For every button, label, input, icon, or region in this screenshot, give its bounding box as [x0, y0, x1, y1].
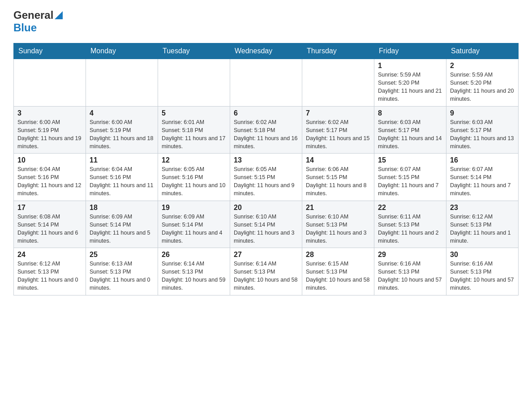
day-info: Sunrise: 6:16 AM Sunset: 5:13 PM Dayligh… — [450, 260, 515, 292]
calendar-cell: 23Sunrise: 6:12 AM Sunset: 5:13 PM Dayli… — [446, 201, 519, 248]
weekday-header-wednesday: Wednesday — [230, 43, 302, 59]
calendar-cell: 13Sunrise: 6:05 AM Sunset: 5:15 PM Dayli… — [230, 154, 302, 201]
day-info: Sunrise: 6:10 AM Sunset: 5:13 PM Dayligh… — [306, 213, 370, 245]
calendar-cell: 4Sunrise: 6:00 AM Sunset: 5:19 PM Daylig… — [86, 106, 158, 154]
day-info: Sunrise: 6:07 AM Sunset: 5:15 PM Dayligh… — [378, 165, 442, 198]
day-info: Sunrise: 6:09 AM Sunset: 5:14 PM Dayligh… — [162, 213, 226, 245]
day-info: Sunrise: 6:03 AM Sunset: 5:17 PM Dayligh… — [450, 118, 515, 151]
weekday-header-monday: Monday — [86, 43, 158, 59]
weekday-header-tuesday: Tuesday — [158, 43, 230, 59]
day-number: 10 — [17, 156, 82, 164]
day-number: 17 — [17, 204, 82, 212]
day-number: 6 — [234, 109, 298, 117]
calendar-cell: 3Sunrise: 6:00 AM Sunset: 5:19 PM Daylig… — [14, 106, 86, 154]
calendar-cell: 9Sunrise: 6:03 AM Sunset: 5:17 PM Daylig… — [446, 106, 519, 154]
day-number: 25 — [90, 251, 154, 259]
calendar-cell: 16Sunrise: 6:07 AM Sunset: 5:14 PM Dayli… — [446, 154, 519, 201]
calendar-cell: 5Sunrise: 6:01 AM Sunset: 5:18 PM Daylig… — [158, 106, 230, 154]
day-info: Sunrise: 6:01 AM Sunset: 5:18 PM Dayligh… — [162, 118, 226, 151]
day-number: 2 — [450, 62, 515, 70]
logo: General Blue — [13, 9, 63, 34]
day-info: Sunrise: 6:02 AM Sunset: 5:18 PM Dayligh… — [234, 118, 298, 151]
day-number: 8 — [378, 109, 442, 117]
calendar-cell: 26Sunrise: 6:14 AM Sunset: 5:13 PM Dayli… — [158, 248, 230, 295]
day-number: 5 — [162, 109, 226, 117]
week-row-4: 17Sunrise: 6:08 AM Sunset: 5:14 PM Dayli… — [14, 201, 519, 248]
calendar-cell: 25Sunrise: 6:13 AM Sunset: 5:13 PM Dayli… — [86, 248, 158, 295]
day-number: 13 — [234, 156, 298, 164]
day-info: Sunrise: 6:13 AM Sunset: 5:13 PM Dayligh… — [90, 260, 154, 292]
day-info: Sunrise: 6:00 AM Sunset: 5:19 PM Dayligh… — [17, 118, 82, 151]
calendar-cell: 15Sunrise: 6:07 AM Sunset: 5:15 PM Dayli… — [374, 154, 446, 201]
calendar-cell: 29Sunrise: 6:16 AM Sunset: 5:13 PM Dayli… — [374, 248, 446, 295]
logo-triangle-icon — [55, 9, 63, 21]
logo-general-text: General — [13, 9, 53, 21]
day-info: Sunrise: 6:10 AM Sunset: 5:14 PM Dayligh… — [234, 213, 298, 245]
calendar-cell: 28Sunrise: 6:15 AM Sunset: 5:13 PM Dayli… — [302, 248, 374, 295]
calendar-cell: 1Sunrise: 5:59 AM Sunset: 5:20 PM Daylig… — [374, 59, 446, 107]
day-number: 18 — [90, 204, 154, 212]
calendar-cell: 10Sunrise: 6:04 AM Sunset: 5:16 PM Dayli… — [14, 154, 86, 201]
calendar-cell: 20Sunrise: 6:10 AM Sunset: 5:14 PM Dayli… — [230, 201, 302, 248]
day-number: 15 — [378, 156, 442, 164]
calendar-cell: 8Sunrise: 6:03 AM Sunset: 5:17 PM Daylig… — [374, 106, 446, 154]
week-row-3: 10Sunrise: 6:04 AM Sunset: 5:16 PM Dayli… — [14, 154, 519, 201]
day-info: Sunrise: 6:16 AM Sunset: 5:13 PM Dayligh… — [378, 260, 442, 292]
day-info: Sunrise: 6:07 AM Sunset: 5:14 PM Dayligh… — [450, 165, 515, 198]
calendar-cell: 24Sunrise: 6:12 AM Sunset: 5:13 PM Dayli… — [14, 248, 86, 295]
calendar-cell: 19Sunrise: 6:09 AM Sunset: 5:14 PM Dayli… — [158, 201, 230, 248]
day-number: 22 — [378, 204, 442, 212]
day-info: Sunrise: 6:03 AM Sunset: 5:17 PM Dayligh… — [378, 118, 442, 151]
day-info: Sunrise: 6:15 AM Sunset: 5:13 PM Dayligh… — [306, 260, 370, 292]
calendar-cell — [230, 59, 302, 107]
calendar-cell — [14, 59, 86, 107]
day-info: Sunrise: 6:06 AM Sunset: 5:15 PM Dayligh… — [306, 165, 370, 198]
calendar-cell: 7Sunrise: 6:02 AM Sunset: 5:17 PM Daylig… — [302, 106, 374, 154]
page-header: General Blue — [13, 9, 519, 34]
day-number: 14 — [306, 156, 370, 164]
day-info: Sunrise: 6:08 AM Sunset: 5:14 PM Dayligh… — [17, 213, 82, 245]
day-info: Sunrise: 6:12 AM Sunset: 5:13 PM Dayligh… — [17, 260, 82, 292]
day-number: 21 — [306, 204, 370, 212]
day-number: 19 — [162, 204, 226, 212]
day-number: 26 — [162, 251, 226, 259]
calendar-header-row: SundayMondayTuesdayWednesdayThursdayFrid… — [14, 43, 519, 59]
calendar-cell — [86, 59, 158, 107]
calendar-cell: 14Sunrise: 6:06 AM Sunset: 5:15 PM Dayli… — [302, 154, 374, 201]
day-info: Sunrise: 5:59 AM Sunset: 5:20 PM Dayligh… — [378, 71, 442, 103]
day-number: 11 — [90, 156, 154, 164]
day-number: 30 — [450, 251, 515, 259]
day-info: Sunrise: 6:09 AM Sunset: 5:14 PM Dayligh… — [90, 213, 154, 245]
day-number: 23 — [450, 204, 515, 212]
calendar-cell — [158, 59, 230, 107]
calendar-cell: 22Sunrise: 6:11 AM Sunset: 5:13 PM Dayli… — [374, 201, 446, 248]
week-row-5: 24Sunrise: 6:12 AM Sunset: 5:13 PM Dayli… — [14, 248, 519, 295]
svg-marker-0 — [55, 11, 63, 19]
calendar-cell: 11Sunrise: 6:04 AM Sunset: 5:16 PM Dayli… — [86, 154, 158, 201]
day-info: Sunrise: 6:11 AM Sunset: 5:13 PM Dayligh… — [378, 213, 442, 245]
day-info: Sunrise: 6:12 AM Sunset: 5:13 PM Dayligh… — [450, 213, 515, 245]
calendar-cell: 6Sunrise: 6:02 AM Sunset: 5:18 PM Daylig… — [230, 106, 302, 154]
calendar-cell: 27Sunrise: 6:14 AM Sunset: 5:13 PM Dayli… — [230, 248, 302, 295]
day-info: Sunrise: 6:02 AM Sunset: 5:17 PM Dayligh… — [306, 118, 370, 151]
day-info: Sunrise: 6:00 AM Sunset: 5:19 PM Dayligh… — [90, 118, 154, 151]
weekday-header-sunday: Sunday — [14, 43, 86, 59]
calendar-cell: 18Sunrise: 6:09 AM Sunset: 5:14 PM Dayli… — [86, 201, 158, 248]
day-info: Sunrise: 6:14 AM Sunset: 5:13 PM Dayligh… — [234, 260, 298, 292]
day-info: Sunrise: 5:59 AM Sunset: 5:20 PM Dayligh… — [450, 71, 515, 103]
day-number: 20 — [234, 204, 298, 212]
day-number: 28 — [306, 251, 370, 259]
day-info: Sunrise: 6:04 AM Sunset: 5:16 PM Dayligh… — [90, 165, 154, 198]
calendar-table: SundayMondayTuesdayWednesdayThursdayFrid… — [13, 43, 519, 295]
day-number: 29 — [378, 251, 442, 259]
day-info: Sunrise: 6:04 AM Sunset: 5:16 PM Dayligh… — [17, 165, 82, 198]
day-number: 12 — [162, 156, 226, 164]
day-info: Sunrise: 6:14 AM Sunset: 5:13 PM Dayligh… — [162, 260, 226, 292]
logo-blue-text: Blue — [13, 21, 37, 34]
calendar-cell: 17Sunrise: 6:08 AM Sunset: 5:14 PM Dayli… — [14, 201, 86, 248]
day-info: Sunrise: 6:05 AM Sunset: 5:15 PM Dayligh… — [234, 165, 298, 198]
week-row-2: 3Sunrise: 6:00 AM Sunset: 5:19 PM Daylig… — [14, 106, 519, 154]
day-info: Sunrise: 6:05 AM Sunset: 5:16 PM Dayligh… — [162, 165, 226, 198]
day-number: 16 — [450, 156, 515, 164]
day-number: 9 — [450, 109, 515, 117]
